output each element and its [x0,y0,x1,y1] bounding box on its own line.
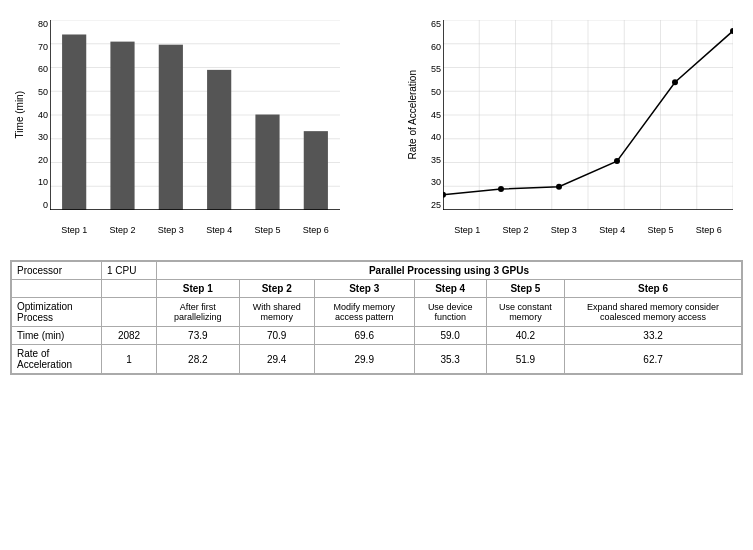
bar-x-label: Step 6 [303,225,329,235]
bar-y-tick: 10 [28,178,48,187]
line-x-label: Step 6 [696,225,722,235]
svg-point-38 [614,158,620,164]
accel-step3: 29.9 [314,345,414,374]
svg-rect-9 [62,34,86,210]
line-x-label: Step 5 [647,225,673,235]
bar-y-tick: 30 [28,133,48,142]
header-row-2: Step 1 Step 2 Step 3 Step 4 Step 5 Step … [12,280,742,298]
step5-header: Step 5 [486,280,565,298]
step6-header: Step 6 [565,280,742,298]
header-row-1: Processor 1 CPU Parallel Processing usin… [12,262,742,280]
time-cpu: 2082 [102,327,157,345]
bar-chart: Time (min) 80706050403020100 Step 1Step … [10,10,350,250]
cpu-value-empty [102,280,157,298]
results-table: Processor 1 CPU Parallel Processing usin… [11,261,742,374]
accel-label: Rate of Acceleration [12,345,102,374]
accel-step1: 28.2 [157,345,240,374]
line-y-tick: 40 [421,133,441,142]
charts-row: Time (min) 80706050403020100 Step 1Step … [10,10,743,250]
step4-header: Step 4 [414,280,486,298]
optimization-row: Optimization Process After first paralle… [12,298,742,327]
bar-y-tick: 60 [28,65,48,74]
time-step4: 59.0 [414,327,486,345]
svg-point-36 [498,186,504,192]
bar-x-label: Step 3 [158,225,184,235]
svg-rect-13 [255,115,279,210]
opt-step5: Use constant memory [486,298,565,327]
line-y-ticks: 656055504540353025 [421,20,441,210]
line-y-tick: 65 [421,20,441,29]
opt-label-empty [12,280,102,298]
data-table: Processor 1 CPU Parallel Processing usin… [10,260,743,375]
bar-y-label: Time (min) [12,20,27,210]
svg-rect-10 [110,42,134,210]
line-y-label: Rate of Acceleration [405,20,420,210]
accel-step4: 35.3 [414,345,486,374]
time-step1: 73.9 [157,327,240,345]
line-y-tick: 35 [421,156,441,165]
line-x-label: Step 2 [502,225,528,235]
svg-point-37 [556,184,562,190]
line-y-tick: 30 [421,178,441,187]
parallel-header: Parallel Processing using 3 GPUs [157,262,742,280]
bars-svg [50,20,340,210]
opt-process-label: Optimization Process [12,298,102,327]
opt-step3: Modify memory access pattern [314,298,414,327]
line-y-tick: 60 [421,43,441,52]
time-step3: 69.6 [314,327,414,345]
opt-step6: Expand shared memory consider coalesced … [565,298,742,327]
bar-y-ticks: 80706050403020100 [28,20,48,210]
opt-step1: After first parallelizing [157,298,240,327]
cpu-value: 1 CPU [102,262,157,280]
svg-rect-11 [159,45,183,210]
bar-x-label: Step 1 [61,225,87,235]
step1-header: Step 1 [157,280,240,298]
opt-step2: With shared memory [239,298,314,327]
svg-point-39 [672,79,678,85]
line-y-tick: 50 [421,88,441,97]
line-x-label: Step 4 [599,225,625,235]
accel-row: Rate of Acceleration 1 28.2 29.4 29.9 35… [12,345,742,374]
opt-cpu-empty [102,298,157,327]
bar-x-label: Step 5 [254,225,280,235]
bar-y-tick: 20 [28,156,48,165]
line-y-tick: 55 [421,65,441,74]
line-chart: Rate of Acceleration 656055504540353025 … [403,10,743,250]
svg-rect-14 [304,131,328,210]
time-label: Time (min) [12,327,102,345]
bar-y-tick: 70 [28,43,48,52]
step2-header: Step 2 [239,280,314,298]
line-x-label: Step 1 [454,225,480,235]
svg-rect-12 [207,70,231,210]
line-x-labels: Step 1Step 2Step 3Step 4Step 5Step 6 [443,225,733,235]
accel-step5: 51.9 [486,345,565,374]
time-step2: 70.9 [239,327,314,345]
line-y-tick: 25 [421,201,441,210]
time-step5: 40.2 [486,327,565,345]
bar-x-label: Step 4 [206,225,232,235]
processor-label: Processor [12,262,102,280]
main-container: Time (min) 80706050403020100 Step 1Step … [0,0,753,385]
time-step6: 33.2 [565,327,742,345]
accel-step2: 29.4 [239,345,314,374]
opt-step4: Use device function [414,298,486,327]
bar-y-tick: 80 [28,20,48,29]
bar-x-labels: Step 1Step 2Step 3Step 4Step 5Step 6 [50,225,340,235]
line-x-label: Step 3 [551,225,577,235]
bar-y-tick: 0 [28,201,48,210]
bar-y-tick: 50 [28,88,48,97]
accel-cpu: 1 [102,345,157,374]
line-y-tick: 45 [421,111,441,120]
bar-x-label: Step 2 [109,225,135,235]
bar-y-tick: 40 [28,111,48,120]
step3-header: Step 3 [314,280,414,298]
time-row: Time (min) 2082 73.9 70.9 69.6 59.0 40.2… [12,327,742,345]
line-svg [443,20,733,210]
accel-step6: 62.7 [565,345,742,374]
